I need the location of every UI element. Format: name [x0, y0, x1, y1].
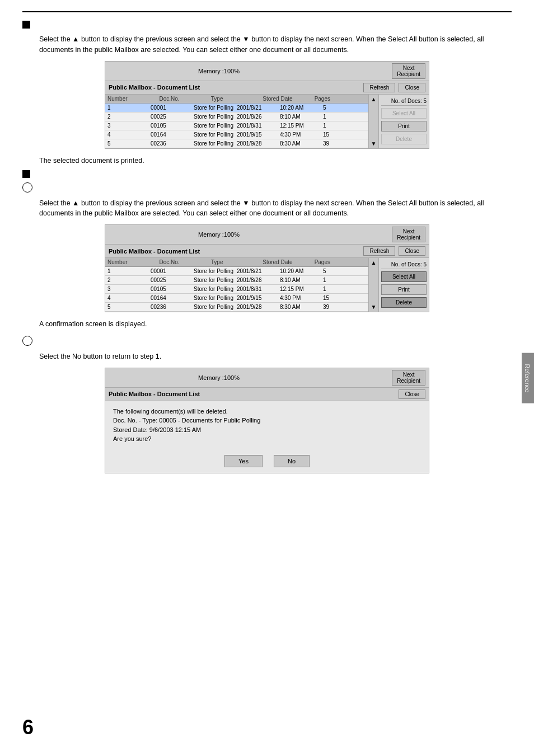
no-button[interactable]: No	[274, 455, 310, 467]
section2-instruction: Select the ▲ button to display the previ…	[39, 198, 512, 219]
confirm-close-btn[interactable]: Close	[399, 389, 425, 399]
after-text-1: The selected document is printed.	[39, 157, 512, 165]
confirm-toolbar: Public Mailbox - Document List Close	[105, 388, 429, 401]
section2-square	[22, 170, 30, 178]
side-tab: Reference	[522, 353, 534, 403]
col-date-1: Stored Date	[263, 96, 314, 102]
section1-instruction: Select the ▲ button to display the previ…	[39, 34, 512, 55]
mailbox-ui-2: Memory :100% NextRecipient Public Mailbo…	[105, 224, 429, 312]
no-of-docs-1: No. of Docs: 5	[381, 97, 427, 106]
next-recipient-btn-2[interactable]: NextRecipient	[392, 227, 425, 242]
section1-header	[22, 21, 512, 29]
scroll-up-btn-2[interactable]: ▲	[370, 259, 378, 266]
confirm-title: Public Mailbox - Document List	[109, 391, 395, 397]
close-btn-1[interactable]: Close	[399, 83, 425, 92]
memory-label-1: Memory :100%	[198, 68, 240, 74]
col-docno-1: Doc.No.	[159, 96, 210, 102]
circle-num-2	[22, 182, 32, 192]
col-type-1: Type	[211, 96, 263, 102]
mailbox-top-bar-2: Memory :100% NextRecipient	[105, 225, 429, 245]
memory-label-2: Memory :100%	[198, 231, 240, 238]
confirm-next-recipient[interactable]: NextRecipient	[392, 370, 425, 386]
top-rule	[22, 11, 512, 12]
yes-button[interactable]: Yes	[224, 455, 263, 467]
table-row[interactable]: 4 00164 Store for Polling 2001/9/15 4:30…	[105, 130, 368, 139]
confirm-line-2: Doc. No. - Type: 00005 - Documents for P…	[113, 416, 421, 425]
table-row[interactable]: 1 00001 Store for Polling 2001/8/21 10:2…	[105, 267, 368, 276]
print-btn-1[interactable]: Print	[381, 121, 427, 132]
confirm-body: The following document(s) will be delete…	[105, 401, 429, 449]
close-btn-2[interactable]: Close	[399, 246, 425, 256]
table-row[interactable]: 3 00105 Store for Polling 2001/8/31 12:1…	[105, 121, 368, 130]
select-all-btn-2[interactable]: Select All	[381, 271, 427, 282]
mailbox-body-2: Number Doc.No. Type Stored Date Pages 1 …	[105, 258, 429, 312]
page-number: 6	[22, 716, 34, 739]
scroll-down-btn-1[interactable]: ▼	[370, 140, 378, 147]
scroll-down-btn-2[interactable]: ▼	[370, 303, 378, 311]
mailbox-toolbar-1: Public Mailbox - Document List Refresh C…	[105, 81, 429, 95]
table-row[interactable]: 5 00236 Store for Polling 2001/9/28 8:30…	[105, 303, 368, 312]
section2-header	[22, 170, 512, 178]
doc-list-header-2: Number Doc.No. Type Stored Date Pages	[105, 258, 368, 267]
side-panel-1: No. of Docs: 5 Select All Print Delete	[378, 95, 429, 148]
col-pages-2: Pages	[315, 259, 366, 265]
confirm-line-1: The following document(s) will be delete…	[113, 407, 421, 416]
doc-list-header-1: Number Doc.No. Type Stored Date Pages	[105, 95, 368, 104]
col-docno-2: Doc.No.	[159, 259, 210, 265]
col-number-2: Number	[107, 259, 159, 265]
confirm-line-3: Stored Date: 9/6/2003 12:15 AM	[113, 425, 421, 435]
table-row[interactable]: 4 00164 Store for Polling 2001/9/15 4:30…	[105, 294, 368, 303]
col-type-2: Type	[211, 259, 263, 265]
table-row[interactable]: 3 00105 Store for Polling 2001/8/31 12:1…	[105, 285, 368, 294]
next-recipient-btn-1[interactable]: NextRecipient	[392, 63, 425, 79]
circle-num-3	[22, 336, 32, 346]
refresh-btn-2[interactable]: Refresh	[363, 246, 395, 256]
doc-list-area-2: Number Doc.No. Type Stored Date Pages 1 …	[105, 258, 368, 312]
mailbox-toolbar-2: Public Mailbox - Document List Refresh C…	[105, 245, 429, 258]
scroll-up-btn-1[interactable]: ▲	[370, 96, 378, 103]
col-number-1: Number	[107, 96, 159, 102]
doc-list-area-1: Number Doc.No. Type Stored Date Pages 1 …	[105, 95, 368, 148]
no-of-docs-2: No. of Docs: 5	[381, 260, 427, 269]
section3-instruction: Select the No button to return to step 1…	[39, 351, 512, 362]
mailbox-title-1: Public Mailbox - Document List	[109, 84, 360, 91]
print-btn-2[interactable]: Print	[381, 284, 427, 295]
confirm-dialog: Memory :100% NextRecipient Public Mailbo…	[105, 368, 429, 473]
mailbox-ui-1: Memory :100% NextRecipient Public Mailbo…	[105, 61, 429, 149]
confirm-memory: Memory :100%	[198, 374, 240, 381]
delete-btn-2[interactable]: Delete	[381, 297, 427, 308]
col-pages-1: Pages	[315, 96, 366, 102]
section2-step	[22, 182, 512, 192]
confirm-top-bar: Memory :100% NextRecipient	[105, 368, 429, 388]
scroll-area-2: ▲ ▼	[368, 258, 378, 312]
mailbox-top-bar-1: Memory :100% NextRecipient	[105, 62, 429, 81]
col-date-2: Stored Date	[263, 259, 314, 265]
confirm-buttons: Yes No	[105, 449, 429, 473]
delete-btn-1: Delete	[381, 134, 427, 144]
section1-square	[22, 21, 30, 29]
table-row[interactable]: 5 00236 Store for Polling 2001/9/28 8:30…	[105, 139, 368, 148]
table-row[interactable]: 2 00025 Store for Polling 2001/8/26 8:10…	[105, 112, 368, 121]
mailbox-title-2: Public Mailbox - Document List	[109, 248, 360, 255]
table-row[interactable]: 1 00001 Store for Polling 2001/8/21 10:2…	[105, 104, 368, 112]
confirm-line-4: Are you sure?	[113, 434, 421, 444]
mailbox-body-1: Number Doc.No. Type Stored Date Pages 1 …	[105, 95, 429, 148]
section3-step	[22, 336, 512, 346]
select-all-btn-1[interactable]: Select All	[381, 108, 427, 119]
scroll-area-1: ▲ ▼	[368, 95, 378, 148]
refresh-btn-1[interactable]: Refresh	[363, 83, 395, 92]
after-text-2: A confirmation screen is displayed.	[39, 320, 512, 328]
side-panel-2: No. of Docs: 5 Select All Print Delete	[378, 258, 429, 312]
table-row[interactable]: 2 00025 Store for Polling 2001/8/26 8:10…	[105, 276, 368, 285]
